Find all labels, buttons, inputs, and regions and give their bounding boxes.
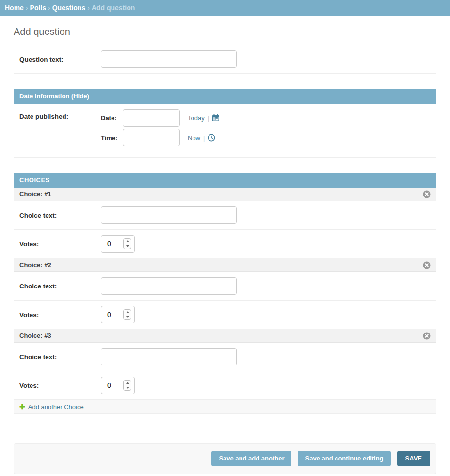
votes-label: Votes: [19, 382, 101, 389]
choice-1-text-input[interactable] [101, 206, 237, 224]
shortcut-pipe: | [208, 114, 209, 122]
time-input[interactable] [123, 129, 180, 146]
breadcrumb-separator: › [87, 4, 90, 12]
breadcrumb: Home›Polls›Questions›Add question [0, 0, 450, 16]
choice-2-votes-input[interactable]: 0 [101, 306, 135, 323]
choice-1-text-row: Choice text: [14, 201, 436, 230]
choice-2-text-input[interactable] [101, 277, 237, 295]
choice-text-label: Choice text: [19, 283, 101, 290]
choice-inline-3: Choice: #3 Choice text: Votes: 0 [14, 329, 436, 400]
question-text-row: Question text: [14, 45, 436, 74]
choices-header: CHOICES [14, 173, 436, 188]
votes-stepper[interactable] [123, 309, 131, 320]
clock-icon[interactable] [208, 134, 215, 142]
breadcrumb-separator: › [48, 4, 50, 12]
shortcut-pipe: | [203, 134, 205, 142]
choice-3-text-input[interactable] [101, 348, 237, 365]
breadcrumb-current: Add question [92, 4, 135, 12]
choice-2-title-row: Choice: #2 [14, 258, 436, 272]
choice-1-votes-row: Votes: 0 [14, 230, 436, 258]
save-and-continue-editing-button[interactable]: Save and continue editing [298, 451, 390, 466]
choice-3-title: Choice: #3 [19, 332, 51, 339]
add-another-choice-link[interactable]: Add another Choice [28, 403, 84, 411]
choice-3-title-row: Choice: #3 [14, 329, 436, 343]
choice-1-title-row: Choice: #1 [14, 188, 436, 201]
submit-row: Save and add another Save and continue e… [14, 443, 436, 474]
delete-choice-1-icon[interactable] [423, 190, 431, 198]
choice-1-title: Choice: #1 [19, 190, 51, 198]
today-link[interactable]: Today [188, 114, 205, 122]
delete-choice-2-icon[interactable] [423, 261, 431, 269]
date-sublabel: Date: [101, 114, 119, 122]
choice-2-title: Choice: #2 [19, 261, 51, 269]
choices-module: CHOICES Choice: #1 Choice text: Votes: [14, 173, 436, 414]
choice-2-votes-row: Votes: 0 [14, 301, 436, 329]
question-fieldset: Question text: [14, 45, 436, 74]
stepper-up-icon[interactable] [124, 310, 131, 315]
page-title: Add question [14, 26, 436, 37]
time-shortcuts: Now | [188, 134, 215, 142]
date-line: Date: Today | [101, 109, 220, 127]
date-published-row: Date published: Date: Today | [14, 104, 436, 158]
choice-inline-1: Choice: #1 Choice text: Votes: 0 [14, 188, 436, 258]
stepper-down-icon[interactable] [124, 315, 131, 319]
date-input[interactable] [123, 109, 180, 127]
choice-3-votes-row: Votes: 0 [14, 371, 436, 400]
plus-icon: ✚ [19, 404, 25, 410]
date-published-label: Date published: [19, 109, 101, 120]
calendar-icon[interactable] [212, 114, 220, 122]
time-line: Time: Now | [101, 129, 220, 146]
delete-choice-3-icon[interactable] [423, 332, 431, 340]
breadcrumb-home-link[interactable]: Home [5, 4, 24, 12]
breadcrumb-polls-link[interactable]: Polls [30, 4, 46, 12]
votes-value: 0 [107, 240, 123, 248]
votes-label: Votes: [19, 240, 101, 248]
choice-2-text-row: Choice text: [14, 272, 436, 301]
date-information-module: Date information (Hide) Date published: … [14, 89, 436, 158]
datetime-widget: Date: Today | [101, 109, 220, 146]
add-another-choice-row: ✚ Add another Choice [14, 400, 436, 414]
votes-stepper[interactable] [123, 238, 131, 249]
choice-3-votes-input[interactable]: 0 [101, 377, 135, 394]
breadcrumb-questions-link[interactable]: Questions [52, 4, 85, 12]
stepper-up-icon[interactable] [124, 381, 131, 385]
question-text-input[interactable] [101, 50, 237, 68]
date-information-header[interactable]: Date information (Hide) [14, 89, 436, 104]
votes-label: Votes: [19, 311, 101, 318]
choice-text-label: Choice text: [19, 353, 101, 361]
votes-value: 0 [107, 311, 123, 318]
save-and-add-another-button[interactable]: Save and add another [211, 451, 291, 466]
stepper-down-icon[interactable] [124, 385, 131, 390]
votes-value: 0 [107, 381, 123, 389]
date-shortcuts: Today | [188, 114, 220, 122]
now-link[interactable]: Now [188, 134, 200, 142]
choice-3-text-row: Choice text: [14, 343, 436, 371]
question-text-label: Question text: [19, 56, 101, 63]
breadcrumb-separator: › [26, 4, 28, 12]
stepper-up-icon[interactable] [124, 239, 131, 244]
choice-text-label: Choice text: [19, 212, 101, 219]
save-button[interactable]: SAVE [397, 451, 430, 466]
add-question-page: Home›Polls›Questions›Add question Add qu… [0, 0, 450, 476]
stepper-down-icon[interactable] [124, 244, 131, 249]
choice-inline-2: Choice: #2 Choice text: Votes: 0 [14, 258, 436, 329]
votes-stepper[interactable] [123, 380, 131, 391]
time-sublabel: Time: [101, 134, 119, 142]
choice-1-votes-input[interactable]: 0 [101, 235, 135, 253]
